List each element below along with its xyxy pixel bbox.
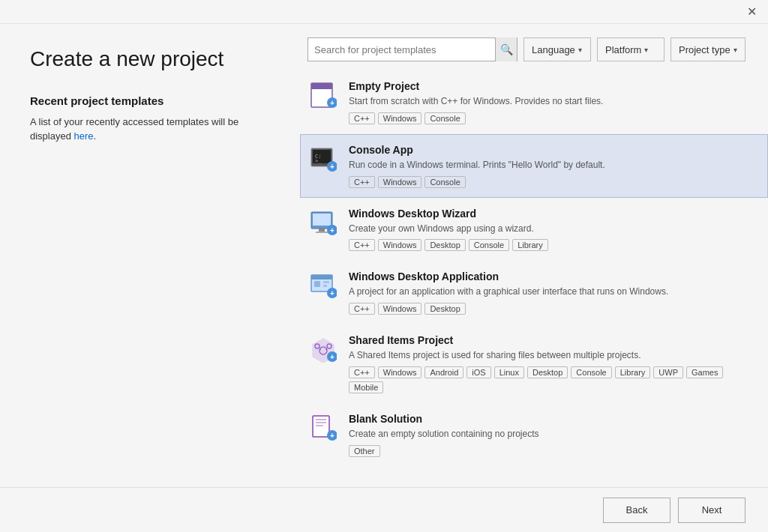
svg-text:+: + [330,289,334,297]
template-info-windows-desktop-wizard: Windows Desktop WizardCreate your own Wi… [349,208,752,252]
tag-c++: C++ [349,303,375,315]
template-item-blank-solution[interactable]: + Blank SolutionCreate an empty solution… [300,403,768,467]
svg-rect-19 [323,281,329,283]
template-info-windows-desktop-application: Windows Desktop ApplicationA project for… [349,270,752,315]
toolbar: 🔍 Language ▾ Platform ▾ Project type ▾ [300,31,768,70]
template-info-blank-solution: Blank SolutionCreate an empty solution c… [349,413,752,457]
template-item-shared-items-project[interactable]: + Shared Items ProjectA Shared Items pro… [300,324,768,403]
tag-console: Console [571,366,611,378]
tag-desktop: Desktop [424,303,465,315]
recent-templates-title: Recent project templates [30,94,278,107]
template-desc-windows-desktop-application: A project for an application with a grap… [349,285,752,298]
tag-c++: C++ [349,176,375,188]
svg-rect-32 [316,419,326,420]
search-button[interactable]: 🔍 [495,37,517,61]
template-icon-empty: + [308,80,338,110]
next-button[interactable]: Next [678,498,746,523]
svg-rect-12 [319,229,325,232]
template-icon-shared: + [308,334,338,364]
tag-windows: Windows [378,303,422,315]
template-name-blank-solution: Blank Solution [349,413,752,425]
template-item-empty-project[interactable]: + Empty ProjectStart from scratch with C… [300,70,768,134]
tag-c++: C++ [349,112,375,124]
platform-dropdown[interactable]: Platform ▾ [597,37,664,61]
tag-c++: C++ [349,239,375,251]
template-tags-shared-items-project: C++WindowsAndroidiOSLinuxDesktopConsoleL… [349,366,752,393]
template-item-windows-desktop-application[interactable]: + Windows Desktop ApplicationA project f… [300,261,768,324]
tag-mobile: Mobile [349,381,383,393]
template-tags-console-app: C++WindowsConsole [349,176,752,188]
template-desc-windows-desktop-wizard: Create your own Windows app using a wiza… [349,223,752,235]
template-tags-empty-project: C++WindowsConsole [349,112,752,124]
template-item-console-app[interactable]: C: >_ + Console AppRun code in a Windows… [300,134,768,198]
template-tags-blank-solution: Other [349,445,752,457]
template-desc-console-app: Run code in a Windows terminal. Prints "… [349,159,752,172]
language-arrow-icon: ▾ [578,46,582,54]
project-type-arrow-icon: ▾ [734,46,737,54]
tag-windows: Windows [378,239,422,251]
footer: Back Next [0,487,768,532]
svg-rect-18 [314,281,320,287]
svg-text:>_: >_ [315,158,322,164]
tag-console: Console [424,112,465,124]
svg-rect-1 [311,83,332,89]
template-info-console-app: Console AppRun code in a Windows termina… [349,144,752,188]
tag-windows: Windows [378,176,422,188]
template-desc-shared-items-project: A Shared Items project is used for shari… [349,349,752,362]
recent-desc-link[interactable]: here [74,130,94,142]
tag-windows: Windows [378,112,422,124]
tag-desktop: Desktop [424,239,465,251]
recent-templates-desc: A list of your recently accessed templat… [30,115,278,144]
template-name-shared-items-project: Shared Items Project [349,334,752,346]
template-list: + Empty ProjectStart from scratch with C… [300,70,768,487]
recent-desc-text: A list of your recently accessed templat… [30,116,238,142]
template-icon-application: + [308,270,338,300]
template-icon-console: C: >_ + [308,144,338,174]
project-type-label: Project type [679,44,730,55]
left-panel: Create a new project Recent project temp… [0,24,300,487]
template-info-empty-project: Empty ProjectStart from scratch with C++… [349,80,752,124]
svg-rect-20 [323,285,327,287]
language-label: Language [532,44,575,55]
back-button[interactable]: Back [603,498,670,523]
language-dropdown[interactable]: Language ▾ [524,37,591,61]
search-box: 🔍 [308,37,518,61]
close-button[interactable]: ✕ [741,1,762,22]
svg-text:+: + [330,353,334,361]
svg-text:+: + [330,432,334,440]
template-name-windows-desktop-wizard: Windows Desktop Wizard [349,208,752,220]
tag-c++: C++ [349,366,375,378]
svg-rect-13 [316,232,328,233]
template-name-console-app: Console App [349,144,752,156]
title-bar: ✕ [0,0,768,24]
right-panel: 🔍 Language ▾ Platform ▾ Project type ▾ [300,24,768,487]
template-item-windows-desktop-wizard[interactable]: + Windows Desktop WizardCreate your own … [300,198,768,262]
template-name-windows-desktop-application: Windows Desktop Application [349,270,752,282]
template-name-empty-project: Empty Project [349,80,752,92]
tag-ios: iOS [466,366,490,378]
template-desc-blank-solution: Create an empty solution containing no p… [349,428,752,441]
page-title: Create a new project [30,46,278,72]
tag-games: Games [686,366,723,378]
svg-rect-34 [316,425,323,426]
content-area: Create a new project Recent project temp… [0,24,768,487]
tag-desktop: Desktop [527,366,568,378]
tag-linux: Linux [494,366,524,378]
tag-library: Library [512,239,548,251]
template-tags-windows-desktop-application: C++WindowsDesktop [349,303,752,315]
platform-arrow-icon: ▾ [644,46,648,54]
tag-other: Other [349,445,380,457]
project-type-dropdown[interactable]: Project type ▾ [670,37,746,61]
template-info-shared-items-project: Shared Items ProjectA Shared Items proje… [349,334,752,393]
tag-android: Android [424,366,464,378]
template-icon-desktop: + [308,208,338,238]
search-input[interactable] [308,44,495,55]
tag-library: Library [615,366,651,378]
svg-text:+: + [330,226,334,235]
tag-console: Console [424,176,465,188]
svg-rect-33 [316,422,326,423]
svg-rect-17 [311,275,332,279]
svg-text:+: + [330,163,334,171]
template-desc-empty-project: Start from scratch with C++ for Windows.… [349,95,752,108]
tag-uwp: UWP [653,366,683,378]
